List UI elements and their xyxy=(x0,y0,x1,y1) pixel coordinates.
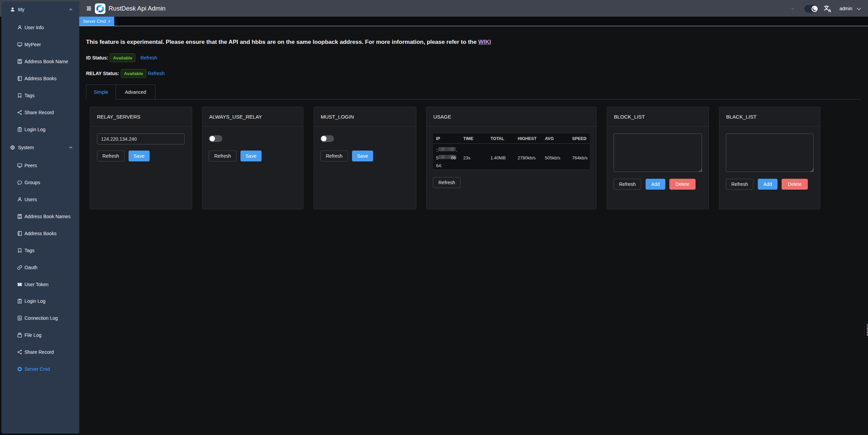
svg-text:A: A xyxy=(828,8,831,13)
